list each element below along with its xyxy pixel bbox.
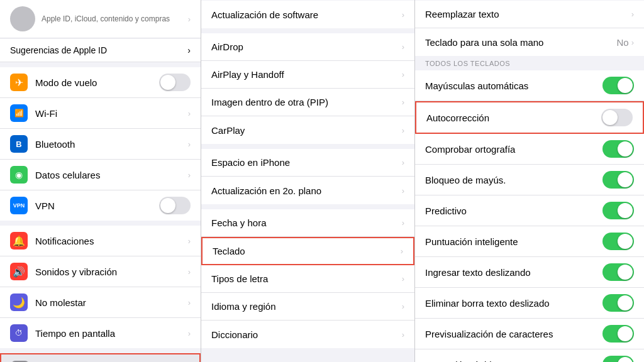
right-item-eliminar[interactable]: Eliminar borra texto deslizado bbox=[415, 288, 644, 319]
mid-item-actualizacion-sw[interactable]: Actualización de software › bbox=[201, 1, 414, 28]
wifi-icon: 📶 bbox=[10, 104, 28, 122]
funcion-rapida-toggle[interactable] bbox=[602, 356, 634, 362]
previsualizacion-label: Previsualización de caracteres bbox=[425, 329, 602, 339]
datos-icon: ◉ bbox=[10, 166, 28, 184]
previsualizacion-toggle[interactable] bbox=[602, 325, 634, 343]
vuelo-toggle[interactable] bbox=[159, 74, 191, 91]
mid-item-teclado[interactable]: Teclado › bbox=[201, 237, 414, 265]
right-item-teclado-mano[interactable]: Teclado para una sola mano No › bbox=[415, 28, 644, 56]
sidebar-item-datos[interactable]: ◉ Datos celulares › bbox=[0, 160, 201, 190]
vpn-toggle[interactable] bbox=[159, 197, 191, 214]
chevron-right-icon: › bbox=[188, 109, 191, 118]
right-item-autocorreccion[interactable]: Autocorrección bbox=[415, 101, 644, 134]
middle-scroll-area: Actualización de software › AirDrop › Ai… bbox=[201, 0, 414, 362]
eliminar-toggle[interactable] bbox=[602, 294, 634, 312]
tipos-label: Tipos de letra bbox=[211, 273, 402, 284]
carplay-label: CarPlay bbox=[211, 125, 402, 136]
chevron-right-icon: › bbox=[188, 298, 191, 307]
pantalla-icon: ⏱ bbox=[10, 324, 28, 342]
sidebar-item-wifi[interactable]: 📶 Wi-Fi › bbox=[0, 98, 201, 129]
chevron-right-icon: › bbox=[402, 42, 404, 52]
todos-teclados-header: TODOS LOS TECLADOS bbox=[415, 56, 644, 70]
mid-item-espacio[interactable]: Espacio en iPhone › bbox=[201, 149, 414, 177]
mayusculas-toggle[interactable] bbox=[602, 77, 634, 94]
right-column: Reemplazar texto › Teclado para una sola… bbox=[415, 0, 644, 362]
datos-label: Datos celulares bbox=[35, 170, 188, 180]
right-scroll-area: Reemplazar texto › Teclado para una sola… bbox=[415, 0, 644, 362]
idioma-label: Idioma y región bbox=[211, 301, 402, 312]
left-scroll-area: ✈ Modo de vuelo 📶 Wi-Fi › B Bluetooth › … bbox=[0, 62, 201, 362]
airdrop-label: AirDrop bbox=[211, 41, 402, 52]
mid-group-storage: Espacio en iPhone › Actualización en 2o.… bbox=[201, 149, 414, 204]
suggestions-label: Sugerencias de Apple ID bbox=[10, 45, 107, 55]
chevron-right-icon: › bbox=[188, 267, 191, 277]
notifications-group: 🔔 Notificaciones › 🔊 Sonidos y vibración… bbox=[0, 226, 201, 348]
deslizando-toggle[interactable] bbox=[602, 263, 634, 281]
sonidos-label: Sonidos y vibración bbox=[35, 266, 188, 277]
mid-item-airplay[interactable]: AirPlay y Handoff › bbox=[201, 61, 414, 89]
chevron-right-icon: › bbox=[188, 170, 191, 180]
bloqueo-toggle[interactable] bbox=[602, 171, 634, 189]
right-item-mayusculas[interactable]: Mayúsculas automáticas bbox=[415, 70, 644, 101]
molestar-label: No molestar bbox=[35, 297, 188, 308]
wifi-label: Wi-Fi bbox=[35, 108, 188, 119]
sidebar-item-notificaciones[interactable]: 🔔 Notificaciones › bbox=[0, 226, 201, 256]
sidebar-item-general[interactable]: ↓ ⚙ General › bbox=[0, 353, 201, 362]
autocorreccion-toggle[interactable] bbox=[601, 109, 633, 126]
chevron-right-icon: › bbox=[402, 126, 404, 135]
bluetooth-label: Bluetooth bbox=[35, 139, 188, 150]
fecha-label: Fecha y hora bbox=[211, 217, 402, 228]
right-group-settings: Mayúsculas automáticas Autocorrección Co… bbox=[415, 70, 644, 362]
mid-item-carplay[interactable]: CarPlay › bbox=[201, 116, 414, 144]
chevron-right-icon: › bbox=[402, 158, 404, 167]
right-item-previsualizacion[interactable]: Previsualización de caracteres bbox=[415, 319, 644, 349]
pantalla-label: Tiempo en pantalla bbox=[35, 328, 188, 339]
sidebar-item-sonidos[interactable]: 🔊 Sonidos y vibración › bbox=[0, 256, 201, 287]
right-item-deslizando[interactable]: Ingresar texto deslizando bbox=[415, 257, 644, 288]
chevron-right-icon: › bbox=[402, 10, 404, 19]
actualizacion-sw-label: Actualización de software bbox=[211, 9, 402, 20]
deslizando-label: Ingresar texto deslizando bbox=[425, 267, 602, 278]
sidebar-item-vuelo[interactable]: ✈ Modo de vuelo bbox=[0, 67, 201, 98]
chevron-right-icon: › bbox=[402, 330, 404, 339]
mid-item-airdrop[interactable]: AirDrop › bbox=[201, 33, 414, 61]
vuelo-label: Modo de vuelo bbox=[35, 77, 159, 88]
right-item-reemplazar[interactable]: Reemplazar texto › bbox=[415, 1, 644, 28]
pip-label: Imagen dentro de otra (PIP) bbox=[211, 97, 402, 107]
mayusculas-label: Mayúsculas automáticas bbox=[425, 80, 602, 91]
predictivo-toggle[interactable] bbox=[602, 202, 634, 219]
mid-item-fecha[interactable]: Fecha y hora › bbox=[201, 209, 414, 237]
mid-item-idioma[interactable]: Idioma y región › bbox=[201, 293, 414, 321]
mid-item-diccionario[interactable]: Diccionario › bbox=[201, 321, 414, 348]
bluetooth-icon: B bbox=[10, 135, 28, 153]
apple-id-header[interactable]: Apple ID, iCloud, contenido y compras › bbox=[0, 0, 201, 38]
right-item-puntuacion[interactable]: Puntuación inteligente bbox=[415, 226, 644, 257]
right-item-funcion-rapida[interactable]: "" Función rápida bbox=[415, 349, 644, 362]
mid-group-update: Actualización de software › bbox=[201, 1, 414, 28]
mid-item-actualizacion2[interactable]: Actualización en 2o. plano › bbox=[201, 177, 414, 204]
sidebar-item-molestar[interactable]: 🌙 No molestar › bbox=[0, 287, 201, 318]
puntuacion-label: Puntuación inteligente bbox=[425, 236, 602, 247]
chevron-right-icon: › bbox=[401, 246, 403, 256]
chevron-right-icon: › bbox=[631, 38, 634, 47]
right-item-ortografia[interactable]: Comprobar ortografía bbox=[415, 134, 644, 165]
sidebar-item-pantalla[interactable]: ⏱ Tiempo en pantalla › bbox=[0, 318, 201, 348]
vpn-label: VPN bbox=[35, 200, 159, 211]
puntuacion-toggle[interactable] bbox=[602, 233, 634, 250]
airplay-label: AirPlay y Handoff bbox=[211, 69, 402, 80]
suggestions-banner[interactable]: Sugerencias de Apple ID › bbox=[0, 39, 201, 62]
ortografia-toggle[interactable] bbox=[602, 140, 634, 158]
mid-item-pip[interactable]: Imagen dentro de otra (PIP) › bbox=[201, 89, 414, 116]
sidebar-item-bluetooth[interactable]: B Bluetooth › bbox=[0, 129, 201, 160]
mid-group-air: AirDrop › AirPlay y Handoff › Imagen den… bbox=[201, 33, 414, 144]
sonidos-icon: 🔊 bbox=[10, 263, 28, 280]
right-item-predictivo[interactable]: Predictivo bbox=[415, 195, 644, 226]
chevron-right-icon: › bbox=[402, 186, 404, 195]
right-item-bloqueo[interactable]: Bloqueo de mayús. bbox=[415, 165, 644, 195]
vpn-icon: VPN bbox=[10, 197, 28, 214]
molestar-icon: 🌙 bbox=[10, 293, 28, 311]
eliminar-label: Eliminar borra texto deslizado bbox=[425, 298, 602, 309]
sidebar-item-vpn[interactable]: VPN VPN bbox=[0, 190, 201, 221]
chevron-right-icon: › bbox=[402, 302, 404, 311]
mid-item-tipos[interactable]: Tipos de letra › bbox=[201, 265, 414, 293]
